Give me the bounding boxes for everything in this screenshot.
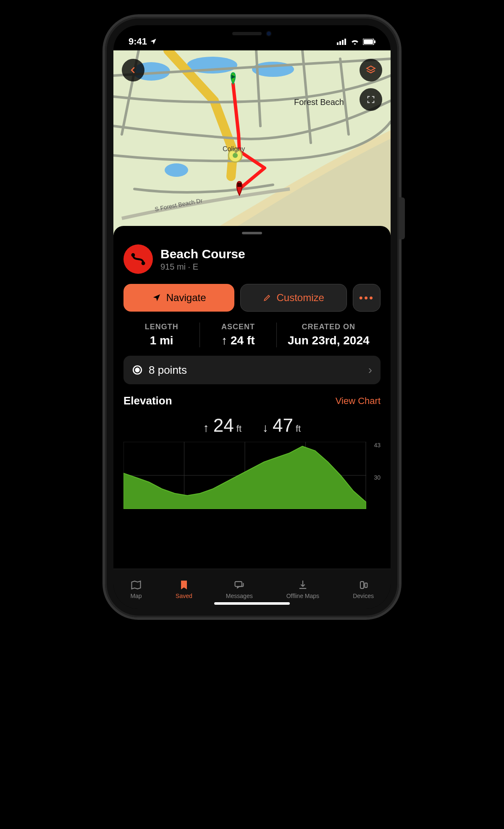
- course-subtitle: 915 mi · E: [160, 262, 245, 272]
- course-title: Beach Course: [160, 247, 245, 261]
- pencil-icon: [263, 294, 271, 302]
- power-button: [399, 197, 405, 239]
- layers-button[interactable]: [360, 59, 382, 81]
- svg-rect-3: [344, 39, 346, 45]
- svg-rect-2: [342, 40, 344, 45]
- arrow-down-icon: ↓: [262, 421, 268, 435]
- created-label: CREATED ON: [280, 323, 377, 331]
- devices-icon: [357, 579, 369, 591]
- svg-point-22: [136, 368, 139, 372]
- navigate-button[interactable]: Navigate: [123, 284, 234, 312]
- back-button[interactable]: [122, 59, 144, 81]
- wifi-icon: [350, 38, 360, 45]
- length-label: LENGTH: [127, 323, 196, 331]
- status-time: 9:41: [129, 36, 147, 47]
- customize-button[interactable]: Customize: [240, 284, 347, 312]
- svg-rect-5: [364, 39, 373, 44]
- cellular-icon: [337, 38, 347, 45]
- elevation-loss: ↓ 47 ft: [262, 415, 301, 436]
- bookmark-icon: [178, 579, 190, 591]
- svg-text:Forest Beach: Forest Beach: [294, 97, 344, 107]
- tab-offline-maps[interactable]: Offline Maps: [286, 579, 319, 599]
- messages-icon: [234, 579, 245, 591]
- tab-messages[interactable]: Messages: [226, 579, 253, 599]
- location-icon: [150, 38, 157, 45]
- ascent-label: ASCENT: [203, 323, 273, 331]
- sheet-grabber[interactable]: [242, 232, 262, 234]
- elevation-summary: ↑ 24 ft ↓ 47 ft: [123, 415, 381, 436]
- svg-rect-33: [365, 583, 368, 588]
- elevation-chart[interactable]: 43 30: [123, 442, 381, 509]
- points-label: 8 points: [149, 364, 187, 377]
- svg-point-15: [233, 153, 238, 158]
- map-icon: [130, 579, 142, 591]
- svg-text:Coligny: Coligny: [223, 145, 245, 152]
- phone-frame: 9:41: [105, 17, 399, 617]
- chart-y-top: 43: [374, 442, 381, 449]
- details-sheet: Beach Course 915 mi · E Navigate Customi…: [113, 226, 391, 569]
- battery-icon: [363, 39, 375, 45]
- tab-saved[interactable]: Saved: [176, 579, 192, 599]
- svg-rect-31: [235, 581, 242, 586]
- stats-row: LENGTH 1 mi ASCENT ↑ 24 ft CREATED ON Ju…: [123, 323, 381, 347]
- points-row[interactable]: 8 points ›: [123, 356, 381, 384]
- elevation-gain: ↑ 24 ft: [203, 415, 242, 436]
- screen: 9:41: [113, 25, 391, 609]
- view-chart-link[interactable]: View Chart: [336, 396, 381, 407]
- created-value: Jun 23rd, 2024: [280, 334, 377, 347]
- svg-point-11: [165, 163, 188, 177]
- svg-rect-17: [237, 183, 242, 187]
- home-indicator[interactable]: [214, 602, 290, 605]
- download-icon: [297, 579, 309, 591]
- svg-rect-32: [360, 581, 364, 588]
- length-value: 1 mi: [127, 334, 196, 347]
- ascent-value: ↑ 24 ft: [203, 334, 273, 347]
- tab-devices[interactable]: Devices: [353, 579, 374, 599]
- route-icon: [123, 244, 153, 274]
- arrow-up-icon: ↑: [203, 421, 209, 435]
- navigate-icon: [152, 293, 161, 302]
- tab-map[interactable]: Map: [130, 579, 142, 599]
- svg-rect-6: [374, 40, 375, 43]
- svg-rect-1: [339, 41, 341, 45]
- chart-y-mid: 30: [374, 474, 381, 481]
- more-button[interactable]: •••: [353, 284, 381, 312]
- notch: [197, 25, 307, 42]
- route-map[interactable]: S Forest Beach Dr Coligny Forest: [113, 50, 391, 235]
- target-icon: [132, 365, 143, 375]
- course-header: Beach Course 915 mi · E: [123, 244, 381, 274]
- elevation-heading: Elevation: [123, 394, 172, 407]
- svg-rect-0: [337, 42, 339, 45]
- fullscreen-button[interactable]: [360, 88, 382, 111]
- chevron-right-icon: ›: [368, 363, 372, 377]
